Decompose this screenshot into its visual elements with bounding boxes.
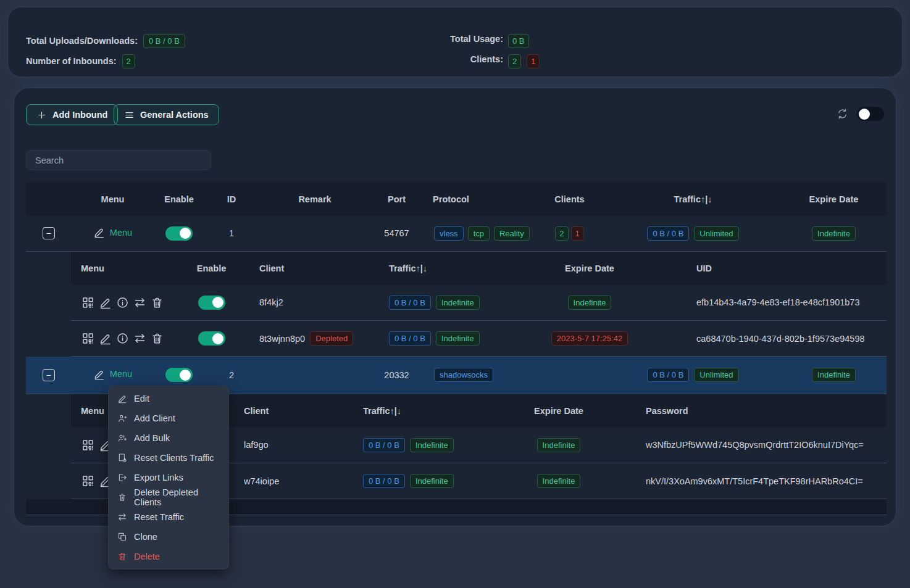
edit-pencil-icon [93, 368, 105, 380]
col-expire-date: Expire Date [781, 182, 887, 216]
edit-pencil-icon[interactable] [99, 332, 112, 345]
traffic-total-badge: Indefinite [410, 438, 454, 452]
clients-depleted-badge: 1 [571, 226, 584, 241]
menu-item-edit[interactable]: Edit [108, 389, 229, 408]
qrcode-icon[interactable] [81, 474, 94, 487]
collapse-row-button[interactable]: − [43, 227, 55, 239]
traffic-total-badge: Indefinite [436, 331, 480, 346]
reset-clients-traffic-icon [117, 453, 127, 463]
protocol-tags: shadowsocks [434, 368, 533, 382]
protocol-tag: vless [434, 226, 464, 241]
menu-item-reset-traffic[interactable]: Reset Traffic [108, 507, 229, 527]
menu-item-label: Add Client [134, 413, 175, 423]
protocol-tag: Reality [494, 226, 530, 241]
menu-item-add-client[interactable]: Add Client [108, 408, 229, 428]
toggle-knob [212, 333, 223, 344]
clients-table: Menu Enable Client Traffic↑|↓ Expire Dat… [71, 252, 887, 357]
stat-total-usage: 0 B [508, 34, 540, 48]
export-links-icon [117, 473, 127, 482]
inbound-enable-toggle[interactable] [165, 368, 193, 382]
inbound-port-cell: 54767 [370, 216, 423, 251]
toggle-knob [859, 109, 870, 120]
reset-traffic-icon [117, 512, 127, 522]
toggle-knob [180, 228, 191, 239]
stat-value-badge: 0 B [508, 34, 529, 48]
menu-item-reset-clients-traffic[interactable]: Reset Clients Traffic [108, 448, 229, 468]
menu-label: Menu [110, 369, 132, 379]
delete-icon [117, 552, 127, 561]
stat-value-badge: 2 [122, 54, 135, 68]
col-remark: Remark [259, 182, 370, 216]
stat-number-of-inbounds: Number of Inbounds: 2 [26, 54, 185, 68]
toggle-knob [180, 370, 191, 381]
traffic-badge: 0 B / 0 B [363, 474, 405, 488]
stat-label: Total Usage: [432, 34, 503, 48]
top-controls [837, 107, 884, 121]
col-traffic-sort[interactable]: Traffic↑|↓ [605, 182, 781, 216]
clients-count [534, 357, 605, 394]
refresh-icon[interactable] [837, 108, 848, 120]
general-actions-button[interactable]: General Actions [114, 104, 219, 125]
inbound-context-menu: Edit Add Client Add Bulk Reset Clients T… [108, 386, 229, 569]
client-enable-toggle[interactable] [198, 331, 225, 346]
expire-badge: Indefinite [537, 474, 581, 488]
client-uid: efb14b43-4a79-4e83-ef18-e48cf1901b73 [685, 285, 887, 321]
edit-pencil-icon [93, 226, 105, 238]
search-box [26, 150, 211, 170]
add-inbound-button[interactable]: Add Inbound [26, 104, 118, 125]
search-input[interactable] [27, 151, 211, 170]
client-enable-toggle[interactable] [198, 296, 225, 310]
inbound-id-cell: 1 [204, 216, 259, 251]
col-password: Password [636, 394, 887, 428]
col-enable: Enable [185, 252, 238, 285]
menu-item-export-links[interactable]: Export Links [108, 468, 229, 487]
menu-item-clone[interactable]: Clone [108, 527, 229, 547]
info-icon[interactable] [116, 332, 129, 345]
expire-badge: Indefinite [568, 296, 612, 310]
col-menu: Menu [71, 252, 185, 285]
collapse-row-button[interactable]: − [43, 369, 55, 381]
trash-icon[interactable] [151, 332, 164, 345]
menu-item-label: Export Links [134, 473, 183, 482]
menu-item-delete-depleted-clients[interactable]: Delete Depleted Clients [108, 487, 229, 507]
qrcode-icon[interactable] [81, 296, 94, 309]
inbound-enable-toggle[interactable] [165, 226, 193, 241]
client-password: w3NfbzUPf5WWd745Q8pvsmQrdrttT2IO6knuI7Di… [636, 428, 887, 463]
minus-icon: − [46, 370, 51, 380]
expire-badge: Indefinite [537, 438, 581, 452]
protocol-tag: tcp [468, 226, 490, 241]
reset-traffic-icon[interactable] [133, 332, 146, 345]
inbound-menu-button[interactable]: Menu [93, 226, 132, 238]
col-port: Port [370, 182, 423, 216]
clients-depleted-badge: 1 [527, 54, 540, 68]
expand-header [26, 182, 71, 216]
inbound-remark-cell [259, 357, 370, 394]
inbound-1-clients: Menu Enable Client Traffic↑|↓ Expire Dat… [26, 251, 887, 357]
client-name: w74ioipe [228, 463, 346, 499]
dark-mode-toggle[interactable] [857, 107, 884, 121]
info-icon[interactable] [116, 296, 129, 309]
edit-icon [117, 394, 127, 404]
menu-item-label: Reset Traffic [134, 512, 184, 522]
qrcode-icon[interactable] [81, 332, 94, 345]
client-row: 8t3wjnn8p0 Depleted 0 B / 0 B Indefinite… [71, 321, 887, 357]
col-traffic-sort[interactable]: Traffic↑|↓ [370, 252, 494, 285]
minus-icon: − [46, 228, 51, 238]
client-name-group: 8t3wjnn8p0 Depleted [259, 331, 353, 346]
menu-item-add-bulk[interactable]: Add Bulk [108, 428, 229, 448]
inbound-port-cell: 20332 [370, 357, 423, 394]
menu-item-delete[interactable]: Delete [108, 547, 229, 566]
qrcode-icon[interactable] [81, 439, 94, 452]
traffic-cell: 0 B / 0 B Unlimited [647, 226, 738, 241]
inbound-remark-cell [259, 216, 370, 251]
col-id: ID [204, 182, 259, 216]
inbound-menu-button[interactable]: Menu [93, 368, 132, 380]
expire-badge: Indefinite [812, 368, 856, 382]
traffic-badge: 0 B / 0 B [389, 331, 431, 346]
edit-pencil-icon[interactable] [99, 296, 112, 309]
col-traffic-sort[interactable]: Traffic↑|↓ [346, 394, 482, 428]
trash-icon[interactable] [151, 296, 164, 309]
protocol-tags: vless tcp Reality [434, 226, 533, 241]
reset-traffic-icon[interactable] [133, 296, 146, 309]
traffic-total-badge: Unlimited [694, 226, 738, 241]
